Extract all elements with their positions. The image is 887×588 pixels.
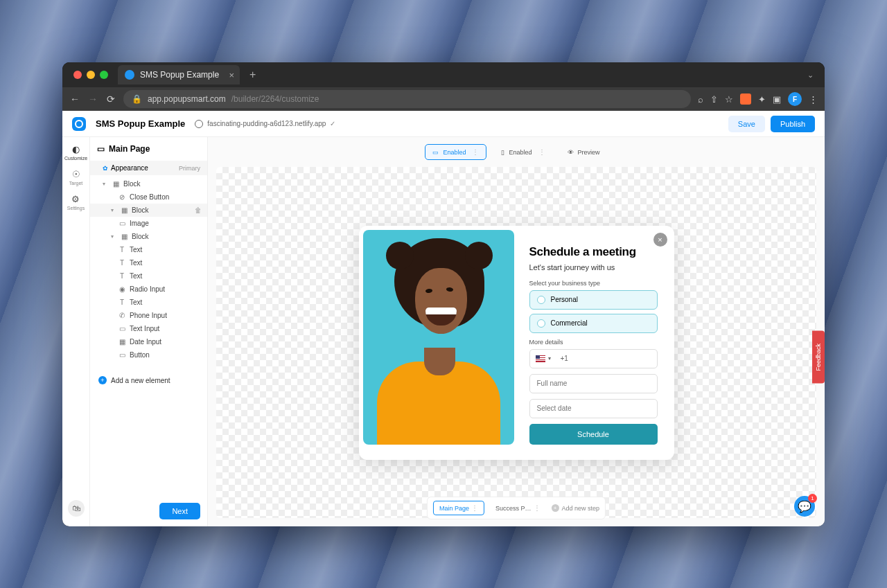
tree-block[interactable]: ▾▦Block (90, 230, 207, 243)
add-step-button[interactable]: +Add new step (552, 504, 600, 512)
gear-icon: ✿ (103, 165, 108, 172)
business-label: Select your business type (529, 280, 658, 287)
header-actions: Save Publish (728, 116, 815, 132)
close-tab-icon[interactable]: × (229, 70, 234, 80)
new-tab-icon[interactable]: + (245, 69, 260, 81)
extension-icon[interactable] (740, 93, 751, 105)
rail-target-label: Target (69, 181, 82, 186)
tree-phone-input[interactable]: ✆Phone Input (90, 309, 207, 322)
radio-commercial[interactable]: Commercial (529, 314, 658, 333)
preview-button[interactable]: 👁Preview (560, 144, 608, 160)
tree-text[interactable]: TText (90, 296, 207, 309)
image-icon: ▭ (118, 220, 126, 227)
target-domain[interactable]: fascinating-pudding-a6d123.netlify.app ✓ (195, 120, 335, 128)
fullname-input[interactable] (529, 374, 658, 393)
tree-text[interactable]: TText (90, 269, 207, 283)
domain-text: fascinating-pudding-a6d123.netlify.app (207, 120, 326, 127)
url-host: app.popupsmart.com (148, 94, 226, 104)
appearance-badge: Primary (179, 165, 200, 172)
feedback-tab[interactable]: Feedback (812, 331, 825, 384)
desktop-toggle[interactable]: ▭Enabled⋮ (425, 144, 486, 160)
browser-tab[interactable]: SMS Popup Example × (118, 65, 240, 84)
tabs-dropdown-icon[interactable]: ⌄ (803, 71, 818, 80)
calendar-icon: ▦ (118, 338, 126, 346)
chevron-down-icon: ▾ (111, 233, 116, 240)
delete-icon[interactable]: 🗑 (195, 206, 202, 214)
tree-close-button[interactable]: ⊘Close Button (90, 190, 207, 204)
schedule-button[interactable]: Schedule (529, 424, 658, 445)
customize-icon: ◐ (72, 144, 80, 154)
target-icon: ☉ (72, 169, 80, 179)
step-success-page[interactable]: Success P…⋮ (490, 501, 546, 515)
button-icon: ▭ (118, 351, 126, 359)
verified-icon: ✓ (330, 120, 335, 127)
close-icon: ⊘ (118, 193, 126, 201)
bookmark-icon[interactable]: ☆ (725, 94, 733, 105)
mobile-toggle[interactable]: ▯Enabled⋮ (493, 144, 552, 160)
add-element-button[interactable]: + Add a new element (90, 369, 207, 391)
plus-icon: + (98, 376, 107, 384)
tree-text[interactable]: TText (90, 256, 207, 269)
next-button[interactable]: Next (159, 503, 200, 519)
rail-customize-label: Customize (64, 156, 87, 161)
tab-title: SMS Popup Example (140, 70, 219, 80)
tree-date-input[interactable]: ▦Date Input (90, 335, 207, 348)
step-main-page[interactable]: Main Page⋮ (433, 501, 484, 515)
url-field[interactable]: 🔒 app.popupsmart.com/builder/2264/custom… (123, 90, 691, 108)
tree-text[interactable]: TText (90, 243, 207, 256)
tree-block[interactable]: ▾▦Block (90, 177, 207, 190)
publish-button[interactable]: Publish (771, 116, 815, 132)
step-nav: Main Page⋮ Success P…⋮ +Add new step (427, 497, 606, 519)
country-select[interactable]: ▾ (530, 355, 556, 362)
back-icon[interactable]: ← (69, 93, 80, 105)
phone-input[interactable]: ▾ (529, 349, 658, 368)
window-minimize[interactable] (87, 71, 95, 79)
text-icon: T (118, 259, 126, 267)
tree-radio-input[interactable]: ◉Radio Input (90, 283, 207, 296)
rail-target[interactable]: ☉ Target (69, 169, 82, 186)
store-button[interactable]: 🛍 (68, 500, 85, 517)
plus-icon: + (552, 504, 559, 512)
forward-icon[interactable]: → (87, 93, 98, 105)
app-logo-icon[interactable] (72, 117, 86, 131)
page-icon: ▭ (97, 144, 105, 154)
tree-button[interactable]: ▭Button (90, 348, 207, 362)
more-icon[interactable]: ⋮ (472, 148, 479, 156)
tree-block-selected[interactable]: ▾▦Block🗑 (90, 204, 207, 217)
reload-icon[interactable]: ⟳ (105, 93, 116, 105)
block-icon: ▦ (112, 180, 120, 188)
window-maximize[interactable] (100, 71, 108, 79)
date-input[interactable] (529, 399, 658, 418)
profile-avatar[interactable]: F (788, 92, 802, 106)
extensions-icon[interactable]: ✦ (758, 94, 766, 105)
panel-icon[interactable]: ▣ (773, 94, 781, 105)
block-icon: ▦ (120, 233, 128, 240)
browser-window: SMS Popup Example × + ⌄ ← → ⟳ 🔒 app.popu… (62, 62, 825, 526)
radio-personal[interactable]: Personal (529, 290, 658, 310)
popup-image[interactable] (363, 230, 514, 445)
window-close[interactable] (73, 71, 82, 79)
input-icon: ▭ (118, 325, 126, 332)
chat-button[interactable]: 💬 1 (794, 496, 815, 517)
share-icon[interactable]: ⇧ (710, 94, 718, 105)
phone-prefix[interactable] (556, 355, 657, 362)
save-button[interactable]: Save (728, 116, 765, 132)
more-icon[interactable]: ⋮ (538, 148, 545, 156)
more-icon[interactable]: ⋮ (471, 504, 478, 512)
appearance-row[interactable]: ✿Appearance Primary (90, 161, 207, 175)
phone-icon: ✆ (118, 312, 126, 319)
more-icon[interactable]: ⋮ (534, 504, 541, 512)
radio-icon (537, 319, 545, 328)
tree-text-input[interactable]: ▭Text Input (90, 322, 207, 335)
chat-badge: 1 (808, 494, 817, 503)
popup-close-button[interactable]: × (653, 233, 667, 247)
popup-subtitle: Let's start journey with us (529, 263, 658, 271)
rail-settings[interactable]: ⚙ Settings (67, 194, 85, 211)
tree-image[interactable]: ▭Image (90, 217, 207, 230)
menu-icon[interactable]: ⋮ (809, 94, 818, 105)
app-header: SMS Popup Example fascinating-pudding-a6… (62, 111, 825, 137)
radio-icon: ◉ (118, 285, 126, 293)
appearance-label: Appearance (111, 164, 148, 172)
search-icon[interactable]: ⌕ (698, 94, 703, 105)
rail-customize[interactable]: ◐ Customize (64, 144, 87, 161)
